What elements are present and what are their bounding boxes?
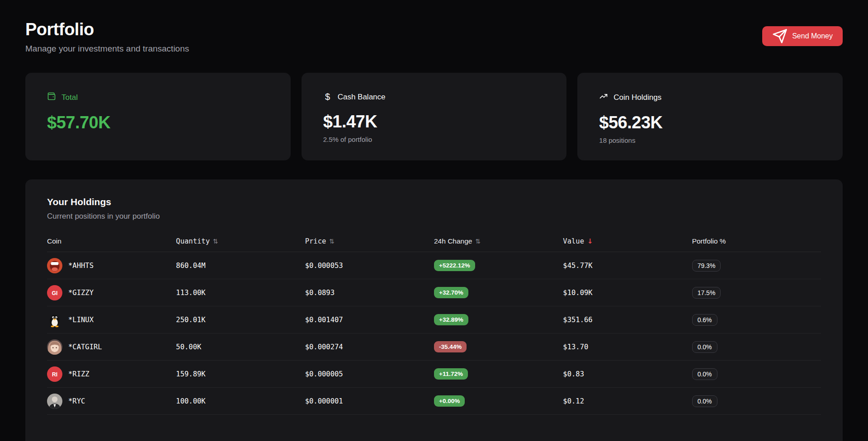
change-cell: +5222.12%: [434, 260, 563, 271]
column-header-price[interactable]: Price⇅: [305, 237, 434, 245]
send-money-button[interactable]: Send Money: [762, 26, 843, 46]
column-label: Coin: [47, 237, 61, 245]
holdings-table-body: *AHHTS860.04M$0.000053+5222.12%$45.77K79…: [47, 252, 821, 415]
page-header: Portfolio Manage your investments and tr…: [25, 20, 843, 54]
total-card-label: Total: [61, 93, 78, 102]
coin-cell: RI*RIZZ: [47, 366, 176, 382]
cash-balance-card: $ Cash Balance $1.47K 2.5% of portfolio: [302, 73, 567, 160]
wallet-icon: [47, 92, 56, 103]
holdings-card: Your Holdings Current positions in your …: [25, 179, 843, 441]
coin-cell: GI*GIZZY: [47, 285, 176, 300]
change-badge: -35.44%: [434, 341, 467, 352]
column-label: Price: [305, 237, 326, 245]
coin-symbol: *CATGIRL: [68, 343, 102, 351]
coin-symbol: *GIZZY: [68, 289, 94, 297]
column-header-quantity[interactable]: Quantity⇅: [176, 237, 305, 245]
cash-balance-card-sub: 2.5% of portfolio: [323, 136, 545, 143]
value-cell: $351.66: [563, 316, 692, 324]
price-cell: $0.0893: [305, 289, 434, 297]
portfolio-pct-cell: 0.0%: [692, 368, 821, 380]
change-cell: +32.70%: [434, 287, 563, 298]
holdings-row-rizz: RI*RIZZ159.89K$0.000005+11.72%$0.830.0%: [47, 361, 821, 388]
dollar-icon: $: [323, 92, 332, 102]
page-subtitle: Manage your investments and transactions: [25, 44, 189, 54]
cash-balance-card-label: Cash Balance: [338, 93, 386, 102]
quantity-cell: 860.04M: [176, 262, 305, 270]
coin-cell: *LINUX: [47, 312, 176, 328]
column-label: Value: [563, 237, 584, 245]
coin-holdings-card-sub: 18 positions: [599, 136, 821, 144]
value-cell: $0.83: [563, 370, 692, 378]
coin-cell: *RYC: [47, 394, 176, 409]
coin-symbol: *AHHTS: [68, 262, 94, 270]
ahhts-coin-avatar: [47, 258, 62, 273]
gizzy-coin-avatar: GI: [47, 285, 62, 300]
holdings-table: CoinQuantity⇅Price⇅24h Change⇅Value↓Port…: [47, 237, 821, 415]
change-badge: +11.72%: [434, 368, 468, 380]
stats-row: Total $57.70K $ Cash Balance $1.47K 2.5%…: [25, 73, 843, 160]
change-badge: +32.89%: [434, 314, 468, 325]
change-badge: +5222.12%: [434, 260, 475, 271]
coin-symbol: *RYC: [68, 397, 85, 405]
price-cell: $0.001407: [305, 316, 434, 324]
sort-both-icon: ⇅: [329, 238, 335, 245]
svg-text:GI: GI: [52, 290, 58, 296]
svg-text:RI: RI: [52, 371, 57, 377]
send-money-label: Send Money: [792, 32, 833, 40]
portfolio-pct-badge: 79.3%: [692, 260, 721, 272]
value-cell: $10.09K: [563, 289, 692, 297]
sort-both-icon: ⇅: [213, 238, 218, 245]
total-card-header: Total: [47, 92, 269, 103]
column-header-24h-change[interactable]: 24h Change⇅: [434, 237, 563, 245]
portfolio-pct-cell: 79.3%: [692, 260, 821, 272]
cash-balance-card-value: $1.47K: [323, 112, 545, 131]
coin-symbol: *RIZZ: [68, 370, 90, 378]
column-label: Quantity: [176, 237, 210, 245]
price-cell: $0.000001: [305, 397, 434, 405]
change-badge: +32.70%: [434, 287, 468, 298]
holdings-subtitle: Current positions in your portfolio: [47, 212, 821, 221]
column-header-portfolio: Portfolio %: [692, 237, 821, 245]
holdings-title: Your Holdings: [47, 197, 821, 207]
portfolio-pct-badge: 0.0%: [692, 341, 717, 353]
coin-holdings-card: Coin Holdings $56.23K 18 positions: [577, 73, 843, 160]
portfolio-pct-badge: 17.5%: [692, 287, 721, 299]
portfolio-pct-badge: 0.6%: [692, 314, 717, 326]
value-cell: $45.77K: [563, 262, 692, 270]
coin-holdings-card-header: Coin Holdings: [599, 92, 821, 103]
change-cell: +0.00%: [434, 395, 563, 407]
holdings-row-ryc: *RYC100.00K$0.000001+0.00%$0.120.0%: [47, 388, 821, 415]
portfolio-pct-cell: 0.0%: [692, 395, 821, 407]
column-label: 24h Change: [434, 237, 472, 245]
coin-symbol: *LINUX: [68, 316, 94, 324]
coin-holdings-card-value: $56.23K: [599, 113, 821, 132]
total-card-value: $57.70K: [47, 113, 269, 132]
holdings-row-gizzy: GI*GIZZY113.00K$0.0893+32.70%$10.09K17.5…: [47, 279, 821, 306]
coin-cell: *AHHTS: [47, 258, 176, 273]
value-cell: $0.12: [563, 397, 692, 405]
quantity-cell: 159.89K: [176, 370, 305, 378]
paper-plane-icon: [772, 33, 788, 40]
holdings-row-linux: *LINUX250.01K$0.001407+32.89%$351.660.6%: [47, 306, 821, 333]
change-cell: +11.72%: [434, 368, 563, 380]
sort-both-icon: ⇅: [475, 238, 481, 245]
quantity-cell: 250.01K: [176, 316, 305, 324]
value-cell: $13.70: [563, 343, 692, 351]
column-label: Portfolio %: [692, 237, 726, 245]
cash-balance-card-header: $ Cash Balance: [323, 92, 545, 102]
change-cell: -35.44%: [434, 341, 563, 352]
change-badge: +0.00%: [434, 395, 465, 407]
column-header-value[interactable]: Value↓: [563, 237, 692, 245]
catgirl-coin-avatar: [47, 339, 62, 355]
portfolio-pct-cell: 0.6%: [692, 314, 821, 326]
portfolio-pct-badge: 0.0%: [692, 395, 717, 407]
coin-cell: *CATGIRL: [47, 339, 176, 355]
sort-desc-icon: ↓: [587, 237, 593, 245]
change-cell: +32.89%: [434, 314, 563, 325]
portfolio-pct-cell: 17.5%: [692, 287, 821, 299]
portfolio-pct-cell: 0.0%: [692, 341, 821, 353]
quantity-cell: 100.00K: [176, 397, 305, 405]
holdings-row-catgirl: *CATGIRL50.00K$0.000274-35.44%$13.700.0%: [47, 333, 821, 361]
portfolio-pct-badge: 0.0%: [692, 368, 717, 380]
portfolio-page: Portfolio Manage your investments and tr…: [0, 0, 868, 441]
